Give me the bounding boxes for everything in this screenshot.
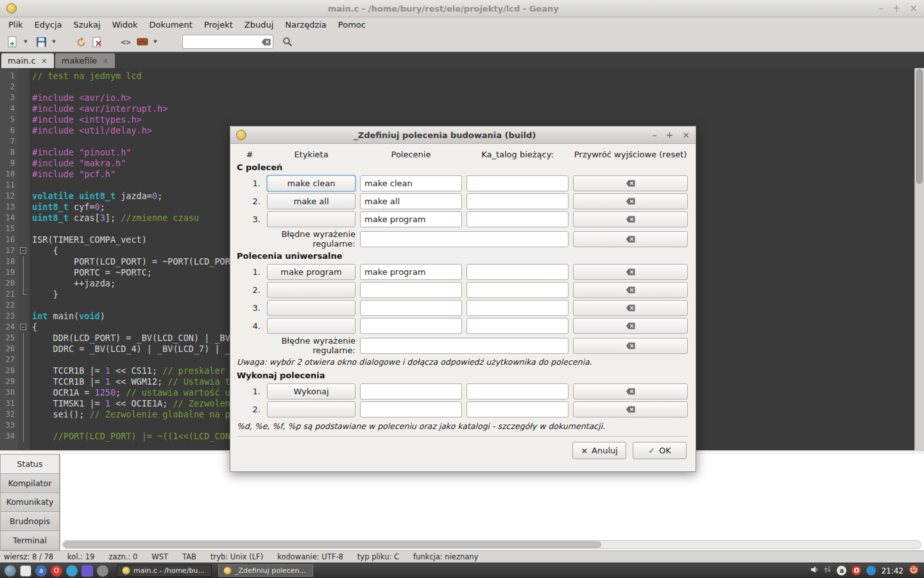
new-file-dropdown-icon[interactable]: ▼ [22,39,30,44]
working-dir-input[interactable] [466,282,569,298]
panel-tab-terminal[interactable]: Terminal [0,531,60,550]
media-app-icon[interactable] [97,565,108,577]
close-file-button[interactable] [90,34,105,49]
revert-button[interactable] [73,34,89,49]
working-dir-input[interactable] [466,211,569,227]
ok-button[interactable]: ✓ OK [633,442,687,459]
label-button[interactable]: Wykonaj [267,383,355,399]
taskbar-window-zdefiniuj[interactable]: _Zdefiniuj polecen... [218,565,313,577]
fold-margin-cell[interactable]: − [18,245,30,256]
menu-widok[interactable]: Widok [107,18,144,31]
menu-zbuduj[interactable]: Zbuduj [239,18,280,31]
search-button[interactable] [280,34,295,49]
reset-button[interactable] [573,383,688,399]
taskbar-window-main-c[interactable]: main.c - /home/bu... [117,565,212,577]
maximize-icon[interactable]: + [893,4,901,13]
menu-szukaj[interactable]: Szukaj [67,18,106,31]
fold-collapse-icon[interactable]: − [20,247,26,254]
command-input[interactable] [360,282,462,298]
label-button[interactable]: make clean [267,175,355,191]
label-button[interactable] [267,318,355,334]
command-input[interactable] [360,175,462,191]
start-menu-icon[interactable] [4,565,16,577]
panel-tab-komunikaty[interactable]: Komunikaty [0,493,60,512]
reset-button[interactable] [573,282,688,298]
label-button[interactable]: make all [267,193,355,209]
browser-icon[interactable]: a [35,565,47,577]
command-input[interactable] [360,318,462,334]
save-dropdown-icon[interactable]: ▼ [50,39,58,44]
menu-narz-dzia[interactable]: Narzędzia [279,18,332,31]
minimize-icon[interactable]: – [878,4,884,13]
scrollbar-thumb[interactable] [64,541,601,548]
reset-button[interactable] [573,193,688,209]
volume-icon[interactable] [810,565,819,576]
updates-tray-icon[interactable]: a [837,566,846,575]
messenger-tray-icon[interactable] [866,566,876,575]
fold-collapse-icon[interactable]: − [20,324,26,330]
reset-button[interactable] [573,401,688,417]
search-input[interactable] [182,35,273,49]
panel-tab-status[interactable]: Status [0,454,60,474]
build-button[interactable] [135,34,150,49]
graphics-app-icon[interactable] [81,565,93,577]
tab-main-c[interactable]: main.c× [1,53,54,68]
new-file-button[interactable] [5,34,21,49]
menu-pomoc[interactable]: Pomoc [332,18,372,31]
command-input[interactable] [360,264,462,280]
network-icon[interactable] [824,565,832,576]
reset-button[interactable] [573,231,688,247]
working-dir-input[interactable] [466,300,569,316]
tab-makefile[interactable]: makefile× [55,53,116,68]
reset-button[interactable] [573,300,688,316]
menu-edycja[interactable]: Edycja [29,18,68,31]
close-icon[interactable]: × [909,4,918,13]
working-dir-input[interactable] [466,264,569,280]
working-dir-input[interactable] [466,383,569,399]
reset-button[interactable] [573,264,688,280]
dialog-maximize-icon[interactable]: + [666,130,674,139]
editor-vertical-scrollbar[interactable] [914,68,924,450]
menu-plik[interactable]: Plik [3,18,29,31]
command-input[interactable] [360,300,462,316]
command-input[interactable] [360,401,462,417]
working-dir-input[interactable] [466,318,569,334]
dialog-titlebar[interactable]: _Zdefiniuj polecenia budowania (build) –… [230,127,696,144]
tab-close-icon[interactable]: × [41,57,47,66]
build-dropdown-icon[interactable]: ▼ [151,39,159,44]
command-input[interactable] [360,383,462,399]
error-regex-input[interactable] [360,338,569,354]
show-desktop-icon[interactable] [20,565,31,577]
label-button[interactable] [267,300,355,316]
opera-tray-icon[interactable]: O [851,566,861,575]
save-button[interactable] [33,34,49,49]
cancel-button[interactable]: × Anuluj [572,442,626,459]
label-button[interactable] [267,401,355,417]
working-dir-input[interactable] [466,401,569,417]
scrollbar-thumb[interactable] [916,69,923,184]
label-button[interactable]: make program [267,264,355,280]
error-regex-input[interactable] [360,231,569,247]
power-icon[interactable] [909,565,919,577]
goto-symbol-button[interactable]: <> [118,34,133,49]
reset-button[interactable] [573,318,688,334]
label-button[interactable] [267,282,355,298]
panel-horizontal-scrollbar[interactable] [62,540,921,549]
command-input[interactable] [360,211,462,227]
command-input[interactable] [360,193,462,209]
clear-search-icon[interactable] [261,38,271,48]
reset-button[interactable] [573,338,688,354]
working-dir-input[interactable] [466,175,569,191]
panel-tab-brudnopis[interactable]: Brudnopis [0,512,60,531]
dialog-minimize-icon[interactable]: – [653,130,657,139]
menu-dokument[interactable]: Dokument [144,18,198,31]
menu-projekt[interactable]: Projekt [198,18,239,31]
fold-margin-cell[interactable]: − [18,322,30,333]
working-dir-input[interactable] [466,193,569,209]
opera-icon[interactable]: O [51,565,62,577]
tab-close-icon[interactable]: × [102,57,108,66]
panel-tab-kompilator[interactable]: Kompilator [0,474,60,493]
dialog-close-icon[interactable]: × [682,130,690,139]
reset-button[interactable] [573,211,688,227]
firefox-icon[interactable] [66,565,78,577]
